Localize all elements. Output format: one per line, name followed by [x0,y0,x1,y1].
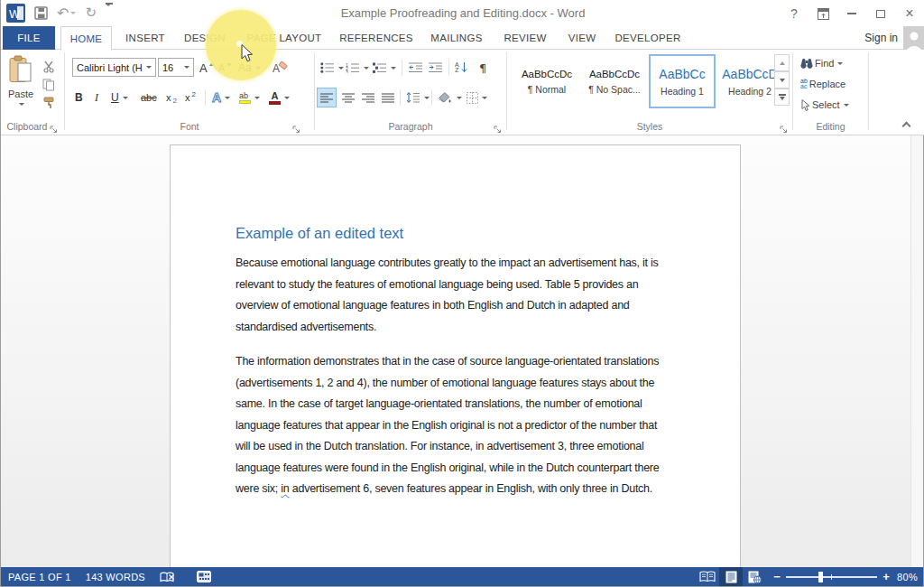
paragraph-line-last: were six; in advertisement 6, seven feat… [236,479,687,500]
font-group-label: Font [65,121,314,132]
align-left-icon [320,93,334,103]
tab-insert[interactable]: INSERT [121,26,170,50]
zoom-slider[interactable]: − + [773,570,890,583]
line-spacing-button[interactable] [404,88,431,107]
clipboard-dialog-launcher-icon[interactable] [50,121,59,130]
word-count[interactable]: 143 WORDS [79,567,152,586]
text-effects-button[interactable]: A [210,88,232,107]
tab-developer[interactable]: DEVELOPER [613,26,683,50]
style-heading-1[interactable]: AaBbCc Heading 1 [649,54,716,108]
font-dialog-launcher-icon[interactable] [292,121,301,130]
shading-button[interactable] [436,88,464,107]
highlight-button[interactable]: ab [237,88,262,107]
paragraph-gap [236,338,687,351]
tab-view[interactable]: VIEW [562,26,602,50]
find-button[interactable]: Find [799,53,845,73]
font-size-combo[interactable]: 16 [158,58,194,77]
tab-mailings[interactable]: MAILINGS [425,26,488,50]
find-dropdown-icon [837,62,843,65]
zoom-thumb[interactable] [818,572,823,582]
show-hide-pilcrow-button[interactable]: ¶ [477,58,488,78]
page-indicator[interactable]: PAGE 1 OF 1 [1,567,79,586]
clear-formatting-button[interactable]: A [271,58,290,78]
avatar[interactable] [903,26,924,50]
increase-indent-button[interactable] [427,58,445,78]
sign-in-link[interactable]: Sign in [864,26,898,50]
close-icon[interactable]: × [901,5,918,22]
font-color-button[interactable]: A [267,88,291,107]
underline-button[interactable]: U [109,88,130,107]
bold-button[interactable]: B [73,88,86,107]
justify-button[interactable] [379,88,397,107]
editing-group: Find ab ac Replace Select Editing [793,50,868,135]
paragraph-line: The information demonstrates that in the… [236,351,687,373]
minimize-icon[interactable] [844,5,860,22]
help-icon[interactable]: ? [786,5,802,22]
paste-dropdown-icon[interactable] [19,103,24,106]
styles-gallery-up-button[interactable] [774,54,790,71]
paragraph-line: (advertisements 1, 2 and 4), the number … [236,373,687,395]
zoom-track[interactable] [786,572,877,582]
web-layout-button[interactable] [743,567,766,586]
document-page[interactable]: Example of an edited text Because emotio… [170,144,741,567]
tab-review[interactable]: REVIEW [499,26,551,50]
tab-file[interactable]: FILE [3,26,55,50]
cut-button[interactable] [41,57,59,77]
style-no-spacing[interactable]: AaBbCcDc ¶ No Spac... [582,54,647,108]
word-window: W ↶ ↻ Example Proofreading and Editing.d… [0,0,924,587]
zoom-percentage[interactable]: 80% [897,572,918,582]
paste-button[interactable]: Paste [5,53,37,115]
decrease-indent-button[interactable] [407,58,425,78]
multilevel-list-button[interactable] [371,58,398,78]
borders-button[interactable] [465,88,489,107]
replace-button[interactable]: ab ac Replace [799,74,847,94]
style-heading-2[interactable]: AaBbCcD Heading 2 [717,54,782,108]
zoom-in-icon[interactable]: + [882,570,890,583]
paragraph-dialog-launcher-icon[interactable] [494,121,503,130]
copy-button[interactable] [41,75,59,95]
subscript-button[interactable]: x2 [164,88,179,107]
proofing-errors-icon[interactable] [152,567,182,586]
macro-record-icon[interactable] [189,567,218,586]
maximize-icon[interactable] [873,5,889,22]
window-controls: ? × [786,5,918,22]
shading-bucket-icon [438,92,453,104]
tab-references[interactable]: REFERENCES [338,26,414,50]
style-normal[interactable]: AaBbCcDc ¶ Normal [514,54,579,108]
select-button[interactable]: Select [799,95,851,115]
paragraph-line: language features were found in the Engl… [236,458,687,480]
ribbon-display-options-icon[interactable] [815,5,831,22]
styles-gallery-more-button[interactable] [774,89,790,106]
align-center-icon [342,93,356,103]
collapse-ribbon-button[interactable] [903,120,918,131]
find-binoculars-icon [800,58,813,69]
clear-formatting-icon: A [273,61,288,75]
font-name-combo[interactable]: Calibri Light (H [72,58,156,77]
italic-button[interactable]: I [93,88,104,107]
decrease-indent-icon [409,62,423,73]
read-mode-button[interactable] [696,567,719,586]
styles-gallery-down-button[interactable] [774,71,790,89]
font-size-value: 16 [162,62,173,73]
read-mode-icon [699,571,716,582]
align-center-button[interactable] [339,88,357,107]
align-right-button[interactable] [359,88,377,107]
strikethrough-button[interactable]: abc [139,88,159,107]
styles-group: AaBbCcDc ¶ Normal AaBbCcDc ¶ No Spac... … [507,50,792,135]
styles-dialog-launcher-icon[interactable] [780,121,789,130]
grammar-flagged-word[interactable]: in [281,482,289,495]
editing-group-label: Editing [793,121,868,132]
print-layout-button[interactable] [719,567,743,586]
sort-button[interactable]: A Z [453,58,469,78]
numbering-button[interactable]: 123 [344,58,371,78]
vertical-scrollbar[interactable] [910,135,923,567]
numbering-dropdown-icon [364,67,369,70]
format-painter-button[interactable] [41,93,59,113]
tab-home[interactable]: HOME [60,26,112,51]
align-left-button[interactable] [317,88,337,107]
bullets-button[interactable] [319,58,346,78]
font-group: Calibri Light (H 16 A A Aa A B I U abc [65,50,314,135]
zoom-out-icon[interactable]: − [773,570,781,583]
select-cursor-icon [800,99,810,111]
superscript-button[interactable]: x2 [183,88,198,107]
